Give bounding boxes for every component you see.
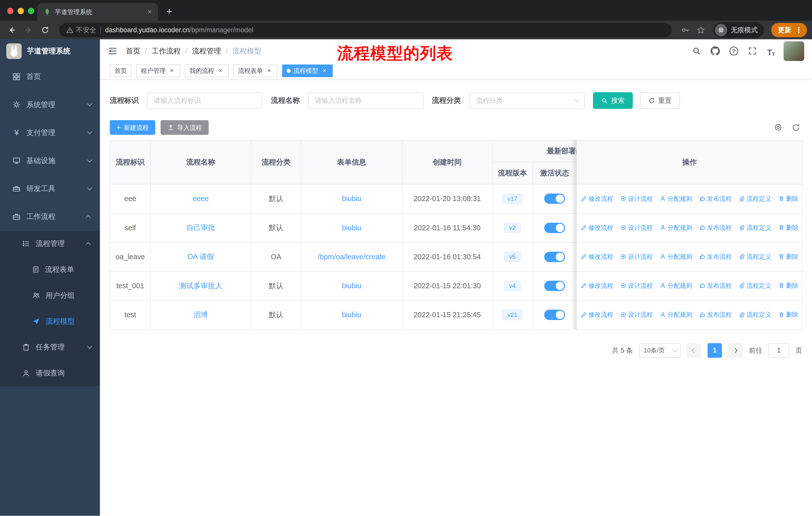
goto-page-input[interactable] xyxy=(768,343,789,358)
incognito-badge[interactable]: 无痕模式 xyxy=(713,22,764,38)
tag-my-process[interactable]: 我的流程× xyxy=(185,64,229,77)
show-search-icon[interactable] xyxy=(774,124,783,132)
process-name-input[interactable] xyxy=(308,92,424,109)
op-process-definition[interactable]: 流程定义 xyxy=(739,194,772,203)
address-bar[interactable]: 不安全 dashboard.yudao.iocoder.cn/bpm/manag… xyxy=(59,23,672,37)
bookmark-star-icon[interactable] xyxy=(694,24,707,36)
password-key-icon[interactable] xyxy=(679,24,691,36)
op-design-process[interactable]: 设计流程 xyxy=(620,194,653,203)
op-design-process[interactable]: 设计流程 xyxy=(620,252,653,261)
op-edit-process[interactable]: 修改流程 xyxy=(581,194,613,203)
op-publish-process[interactable]: 发布流程 xyxy=(699,310,732,319)
process-name-link[interactable]: 测试多审批人 xyxy=(179,282,223,290)
active-toggle[interactable] xyxy=(544,310,565,320)
reset-button[interactable]: 重置 xyxy=(640,92,680,109)
sidebar-item-process-manage[interactable]: 流程管理 xyxy=(0,231,100,257)
active-toggle[interactable] xyxy=(544,223,565,233)
forward-button[interactable] xyxy=(22,23,35,37)
version-badge[interactable]: v4 xyxy=(504,281,521,291)
op-edit-process[interactable]: 修改流程 xyxy=(581,252,613,261)
tab-close-icon[interactable]: × xyxy=(145,8,154,16)
op-assign-rule[interactable]: 分配规则 xyxy=(660,252,692,261)
op-process-definition[interactable]: 流程定义 xyxy=(739,252,772,261)
sidebar-item-user-group[interactable]: 用户分组 xyxy=(0,282,100,308)
close-icon[interactable]: × xyxy=(168,67,175,74)
refresh-table-icon[interactable] xyxy=(792,124,800,132)
back-button[interactable] xyxy=(5,23,19,37)
process-name-link[interactable]: eeee xyxy=(193,194,209,202)
close-window-button[interactable] xyxy=(7,8,13,14)
page-size-select[interactable]: 10条/页 xyxy=(639,343,680,358)
active-toggle[interactable] xyxy=(544,193,565,204)
reload-button[interactable] xyxy=(38,23,52,37)
active-toggle[interactable] xyxy=(544,281,565,291)
tag-process-model[interactable]: 流程模型× xyxy=(282,64,333,77)
process-name-link[interactable]: 自己审批 xyxy=(186,223,215,232)
op-design-process[interactable]: 设计流程 xyxy=(620,281,653,290)
search-icon[interactable] xyxy=(690,45,703,57)
close-icon[interactable]: × xyxy=(217,67,224,74)
form-info-link[interactable]: biubiu xyxy=(342,311,361,319)
create-process-button[interactable]: + 新建流程 xyxy=(110,120,155,135)
version-badge[interactable]: v21 xyxy=(502,310,523,320)
op-delete[interactable]: 删除 xyxy=(778,194,799,203)
op-process-definition[interactable]: 流程定义 xyxy=(739,310,772,319)
op-delete[interactable]: 删除 xyxy=(778,223,799,232)
process-name-link[interactable]: 滔博 xyxy=(193,311,208,319)
op-delete[interactable]: 删除 xyxy=(778,281,799,290)
version-badge[interactable]: v5 xyxy=(504,252,521,262)
op-assign-rule[interactable]: 分配规则 xyxy=(660,223,692,232)
op-publish-process[interactable]: 发布流程 xyxy=(699,194,732,203)
process-name-link[interactable]: OA 请假 xyxy=(187,252,214,261)
sidebar-item-devtools[interactable]: 研发工具 xyxy=(0,174,100,202)
tag-home[interactable]: 首页 xyxy=(110,64,132,77)
not-secure-warning[interactable]: 不安全 xyxy=(66,25,96,34)
prev-page-button[interactable] xyxy=(687,343,701,358)
breadcrumb-process-manage[interactable]: 流程管理 xyxy=(192,46,232,56)
process-key-input[interactable] xyxy=(147,92,263,109)
version-badge[interactable]: v17 xyxy=(502,194,523,204)
sidebar-item-infra[interactable]: 基础设施 xyxy=(0,147,100,174)
browser-menu-icon[interactable]: ⋮ xyxy=(795,25,803,35)
help-icon[interactable]: ? xyxy=(728,45,740,57)
sidebar-item-workflow[interactable]: 工作流程 xyxy=(0,202,100,230)
user-avatar[interactable] xyxy=(784,41,804,61)
op-edit-process[interactable]: 修改流程 xyxy=(581,281,613,290)
tag-process-form[interactable]: 流程表单× xyxy=(233,64,278,77)
new-tab-button[interactable]: + xyxy=(162,4,177,19)
category-select[interactable]: 流程分类 xyxy=(469,92,585,109)
op-delete[interactable]: 删除 xyxy=(778,252,799,261)
form-info-link[interactable]: /bpm/oa/leave/create xyxy=(318,253,385,261)
op-process-definition[interactable]: 流程定义 xyxy=(739,281,772,290)
form-info-link[interactable]: biubiu xyxy=(342,282,361,290)
next-page-button[interactable] xyxy=(728,343,743,358)
page-number-current[interactable]: 1 xyxy=(707,343,722,358)
sidebar-item-system[interactable]: 系统管理 xyxy=(0,91,100,119)
maximize-window-button[interactable] xyxy=(28,8,34,14)
op-edit-process[interactable]: 修改流程 xyxy=(581,223,613,232)
browser-update-button[interactable]: 更新 ⋮ xyxy=(771,23,807,37)
op-assign-rule[interactable]: 分配规则 xyxy=(660,310,692,319)
sidebar-item-process-form[interactable]: 流程表单 xyxy=(0,256,100,282)
op-publish-process[interactable]: 发布流程 xyxy=(699,223,732,232)
breadcrumb-workflow[interactable]: 工作流程 xyxy=(152,46,192,56)
form-info-link[interactable]: biubiu xyxy=(342,194,361,202)
fullscreen-icon[interactable] xyxy=(746,45,759,57)
breadcrumb-home[interactable]: 首页 xyxy=(126,46,152,56)
op-publish-process[interactable]: 发布流程 xyxy=(699,252,732,261)
sidebar-collapse-icon[interactable] xyxy=(108,47,118,55)
op-assign-rule[interactable]: 分配规则 xyxy=(660,281,692,290)
sidebar-item-home[interactable]: 首页 xyxy=(0,63,100,91)
import-process-button[interactable]: 导入流程 xyxy=(161,120,209,135)
version-badge[interactable]: v2 xyxy=(504,223,521,233)
browser-tab[interactable]: 芋道管理系统 × xyxy=(37,3,158,21)
tag-tenant[interactable]: 租户管理× xyxy=(136,64,180,77)
op-publish-process[interactable]: 发布流程 xyxy=(699,281,732,290)
minimize-window-button[interactable] xyxy=(18,8,24,14)
active-toggle[interactable] xyxy=(544,252,565,262)
sidebar-item-payment[interactable]: ¥ 支付管理 xyxy=(0,119,100,147)
op-delete[interactable]: 删除 xyxy=(778,310,799,319)
search-button[interactable]: 搜索 xyxy=(593,92,633,109)
sidebar-item-leave-query[interactable]: 请假查询 xyxy=(0,360,100,386)
sidebar-item-task-manage[interactable]: 任务管理 xyxy=(0,334,100,360)
